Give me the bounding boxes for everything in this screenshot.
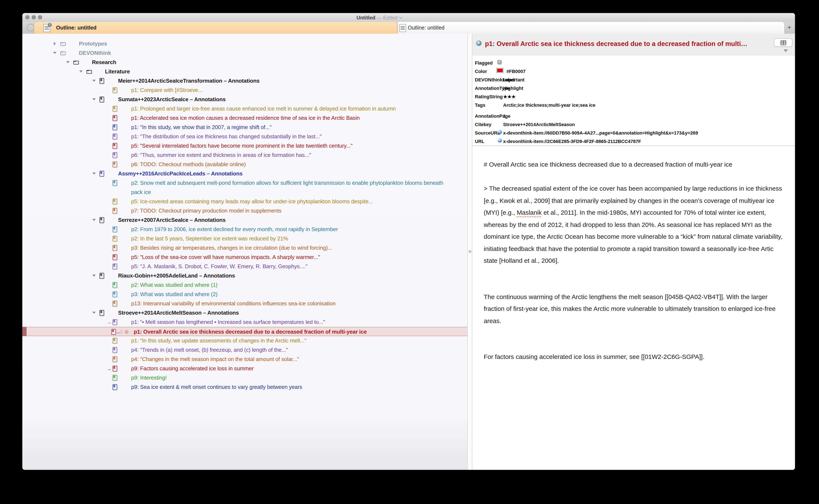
outline-row[interactable]: →p9: Factors causing accelerated ice los…: [22, 364, 467, 373]
outline-item-label: Literature: [105, 68, 130, 74]
outline-row[interactable]: p13: Interannual variability of environm…: [22, 299, 467, 308]
focus-down-arrow-icon[interactable]: ⇩: [119, 328, 124, 336]
outline-row[interactable]: p6: "Thus, summer ice extent and thickne…: [22, 151, 467, 160]
outline-row[interactable]: p1: Prolonged and larger ice-free areas …: [22, 104, 467, 113]
outline-row[interactable]: p3: What was studied and where (2): [22, 290, 467, 299]
folder-icon: [60, 51, 66, 55]
title-chevron-icon[interactable]: [399, 15, 402, 19]
link-arrow-icon: →: [107, 319, 112, 326]
disclosure-triangle-icon[interactable]: [53, 52, 57, 54]
outline-document-icon: i: [43, 24, 50, 32]
sidebar-toggle-button[interactable]: [27, 24, 35, 32]
outline-row[interactable]: p9: Interesting!: [22, 373, 467, 383]
outline-row[interactable]: Meier++2014ArcticSeaIceTransformation – …: [22, 76, 467, 86]
outline-row[interactable]: DEVONthink: [22, 49, 467, 58]
outline-row[interactable]: p2: In the last 5 years, September ice e…: [22, 234, 467, 243]
outline-item-label: p5: "J. A. Maslanik, S. Drobot, C. Fowle…: [131, 263, 307, 269]
outline-row[interactable]: p4: "Changes in the melt season impact o…: [22, 355, 467, 364]
outline-row[interactable]: p1: Accelerated sea ice motion causes a …: [22, 113, 467, 123]
disclosure-triangle-icon[interactable]: [92, 172, 96, 175]
outline-row[interactable]: p1: "In this study, we show that in 2007…: [22, 123, 467, 132]
outline-row[interactable]: Sumata++2023ArcticSeaIce – Annotations: [22, 95, 467, 104]
outline-item-label: p1: "The distribution of sea ice thickne…: [131, 133, 322, 139]
outline-row[interactable]: p5: "Loss of the sea-ice cover will have…: [22, 253, 467, 262]
outline-pane[interactable]: PrototypesDEVONthinkResearchLiteratureMe…: [22, 34, 467, 470]
disclosure-triangle-icon[interactable]: [79, 70, 83, 73]
outline-item-label: p5: Ice-covered areas containing many le…: [131, 198, 373, 204]
outline-row[interactable]: p2: From 1979 to 2006, ice extent declin…: [22, 225, 467, 234]
metadata-row: SourceURLx-devonthink-item://60DD7B50-90…: [472, 129, 795, 137]
outline-row[interactable]: Research: [22, 58, 467, 67]
table-view-button[interactable]: [774, 38, 792, 47]
disclosure-triangle-icon[interactable]: [92, 275, 96, 277]
field-label: URL: [475, 139, 484, 144]
disclosure-triangle-icon[interactable]: [92, 80, 96, 82]
content-paragraph[interactable]: # Overall Arctic sea ice thickness decre…: [484, 159, 785, 171]
outline-item-label: p4: "Changes in the melt season impact o…: [131, 356, 299, 362]
minimize-button[interactable]: [32, 15, 36, 19]
outline-item-label: p1: Compare with [#Stroeve...: [131, 87, 202, 93]
outline-item-label: Meier++2014ArcticSeaIceTransformation – …: [118, 77, 260, 84]
outline-row[interactable]: p9: Sea ice extent & melt onset continue…: [22, 383, 467, 392]
zoom-button[interactable]: [38, 15, 42, 19]
content-paragraph[interactable]: The continuous warming of the Arctic len…: [484, 291, 785, 327]
document-icon: [113, 152, 117, 158]
outline-row[interactable]: Assmy++2016ArcticPackIceLeads – Annotati…: [22, 169, 467, 178]
disclosure-triangle-icon[interactable]: [54, 42, 56, 45]
document-icon: [100, 273, 104, 279]
reveal-link-icon[interactable]: [498, 138, 502, 143]
document-icon: [113, 365, 117, 372]
content-paragraph[interactable]: For factors causing accelerated ice loss…: [484, 351, 785, 363]
outline-row[interactable]: p1: "In this study, we update assessment…: [22, 336, 467, 345]
disclosure-triangle-icon[interactable]: [92, 312, 96, 314]
outline-row[interactable]: p1: Compare with [#Stroeve...: [22, 86, 467, 95]
pane-splitter[interactable]: [467, 34, 472, 470]
inspector-header: p1: Overall Arctic sea ice thickness dec…: [472, 34, 795, 56]
outline-row[interactable]: Serreze++2007ArcticSeaIce – Annotations: [22, 216, 467, 225]
document-icon: [113, 87, 117, 93]
inspector-title: p1: Overall Arctic sea ice thickness dec…: [485, 40, 771, 47]
outline-row[interactable]: p2: Snow melt and subsequent melt-pond f…: [22, 178, 467, 197]
title-bar[interactable]: Untitled — Edited: [22, 13, 795, 22]
outline-row[interactable]: Literature: [22, 67, 467, 76]
flagged-checkbox[interactable]: [497, 60, 502, 64]
expand-plus-icon[interactable]: ⊕: [124, 329, 129, 336]
new-tab-button[interactable]: +: [787, 24, 791, 31]
field-label: RatingString: [475, 94, 503, 99]
metadata-row: URLx-devonthink-item://2C66E285-3FD9-4F2…: [472, 137, 795, 146]
tab-outline-inactive[interactable]: Outline: untitled: [398, 22, 785, 34]
outline-row[interactable]: Stroeve++2014ArcticMeltSeason – Annotati…: [22, 308, 467, 318]
outline-item-label: p9: Sea ice extent & melt onset continue…: [131, 384, 302, 390]
outline-row[interactable]: p5: "J. A. Maslanik, S. Drobot, C. Fowle…: [22, 262, 467, 271]
close-button[interactable]: [25, 15, 30, 19]
disclosure-triangle-icon[interactable]: [92, 98, 96, 100]
note-content[interactable]: # Overall Arctic sea ice thickness decre…: [472, 146, 795, 470]
outline-item-label: p3: Besides rising air temperatures, cha…: [131, 244, 332, 251]
metadata-row: TagsArctic;ice thickness;multi-year ice;…: [472, 101, 795, 110]
disclosure-triangle-icon[interactable]: [66, 61, 70, 63]
splitter-handle-icon[interactable]: [469, 250, 471, 253]
edited-indicator: — Edited: [377, 15, 398, 20]
outline-row[interactable]: p7: TODO: Checkout primary production mo…: [22, 206, 467, 216]
outline-row[interactable]: p6: TODO: Checkout methods (available on…: [22, 160, 467, 169]
collapse-caret-icon[interactable]: [784, 49, 788, 52]
outline-row[interactable]: →⇩⊕p1: Overall Arctic sea ice thickness …: [22, 327, 467, 336]
content-paragraph[interactable]: > The decreased spatial extent of the ic…: [484, 183, 785, 267]
outline-row[interactable]: p5: "Several interrelated factors have b…: [22, 141, 467, 151]
outline-row[interactable]: →p1: "• Melt season has lengthened • Inc…: [22, 318, 467, 327]
document-icon: [113, 245, 117, 251]
outline-row[interactable]: Riaux-Gobin++2005AdelieLand – Annotation…: [22, 271, 467, 280]
outline-row[interactable]: Prototypes: [22, 39, 467, 49]
disclosure-triangle-icon[interactable]: [92, 219, 96, 221]
tab-outline-active[interactable]: i Outline: untitled: [34, 22, 398, 34]
metadata-row: Color#FB0007: [472, 67, 795, 76]
outline-row[interactable]: p1: "The distribution of sea ice thickne…: [22, 132, 467, 141]
outline-row[interactable]: p2: What was studied and where (1): [22, 280, 467, 290]
outline-row[interactable]: p3: Besides rising air temperatures, cha…: [22, 243, 467, 253]
document-icon: [113, 236, 117, 242]
reveal-link-icon[interactable]: [498, 130, 502, 134]
outline-row[interactable]: p5: Ice-covered areas containing many le…: [22, 197, 467, 206]
outline-item-label: Sumata++2023ArcticSeaIce – Annotations: [118, 96, 226, 102]
outline-row[interactable]: p4: "Trends in (a) melt onset, (b) freez…: [22, 345, 467, 355]
outline-item-label: p1: "In this study, we show that in 2007…: [131, 124, 272, 130]
